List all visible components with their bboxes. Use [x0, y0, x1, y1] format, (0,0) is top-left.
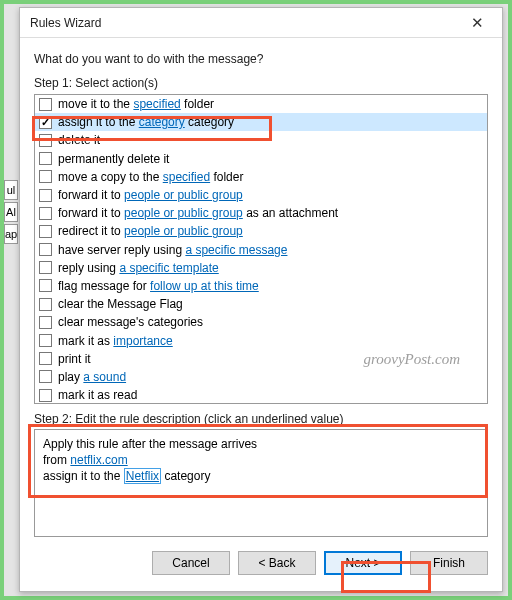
action-label: forward it to people or public group as … — [58, 206, 338, 220]
action-row[interactable]: play a sound — [35, 368, 487, 386]
button-row: Cancel < Back Next > Finish — [34, 551, 488, 575]
back-button[interactable]: < Back — [238, 551, 316, 575]
desc-link-from[interactable]: netflix.com — [70, 453, 127, 467]
action-row[interactable]: redirect it to people or public group — [35, 222, 487, 240]
action-row[interactable]: mark it as importance — [35, 331, 487, 349]
action-link[interactable]: a sound — [83, 370, 126, 384]
action-label: clear the Message Flag — [58, 297, 183, 311]
action-checkbox[interactable] — [39, 352, 52, 365]
desc-text: category — [161, 469, 210, 483]
desc-line: from netflix.com — [43, 452, 479, 468]
action-row[interactable]: assign it to the category category — [35, 113, 487, 131]
action-checkbox[interactable] — [39, 389, 52, 402]
action-link[interactable]: follow up at this time — [150, 279, 259, 293]
action-row[interactable]: forward it to people or public group — [35, 186, 487, 204]
action-label: play a sound — [58, 370, 126, 384]
desc-line: Apply this rule after the message arrive… — [43, 436, 479, 452]
action-label: mark it as read — [58, 388, 137, 402]
action-label: forward it to people or public group — [58, 188, 243, 202]
action-link[interactable]: people or public group — [124, 188, 243, 202]
action-row[interactable]: move a copy to the specified folder — [35, 168, 487, 186]
titlebar: Rules Wizard ✕ — [20, 8, 502, 38]
action-checkbox[interactable] — [39, 225, 52, 238]
action-checkbox[interactable] — [39, 370, 52, 383]
bg-fragment: ap — [4, 224, 18, 244]
bg-fragment: ul — [4, 180, 18, 200]
action-checkbox[interactable] — [39, 189, 52, 202]
action-label: delete it — [58, 133, 100, 147]
desc-line: assign it to the Netflix category — [43, 468, 479, 484]
cancel-button[interactable]: Cancel — [152, 551, 230, 575]
action-row[interactable]: clear message's categories — [35, 313, 487, 331]
step2-label: Step 2: Edit the rule description (click… — [34, 412, 488, 426]
action-label: reply using a specific template — [58, 261, 219, 275]
action-row[interactable]: forward it to people or public group as … — [35, 204, 487, 222]
dialog-body: What do you want to do with the message?… — [20, 38, 502, 591]
action-label: flag message for follow up at this time — [58, 279, 259, 293]
action-label: redirect it to people or public group — [58, 224, 243, 238]
action-link[interactable]: importance — [113, 334, 172, 348]
close-button[interactable]: ✕ — [456, 10, 498, 36]
action-row[interactable]: reply using a specific template — [35, 259, 487, 277]
action-checkbox[interactable] — [39, 116, 52, 129]
action-checkbox[interactable] — [39, 134, 52, 147]
action-checkbox[interactable] — [39, 298, 52, 311]
action-label: move it to the specified folder — [58, 97, 214, 111]
action-label: assign it to the category category — [58, 115, 234, 129]
action-label: mark it as importance — [58, 334, 173, 348]
action-label: move a copy to the specified folder — [58, 170, 243, 184]
desc-link-category[interactable]: Netflix — [124, 468, 161, 484]
action-row[interactable]: delete it — [35, 131, 487, 149]
action-row[interactable]: have server reply using a specific messa… — [35, 241, 487, 259]
action-checkbox[interactable] — [39, 98, 52, 111]
next-button[interactable]: Next > — [324, 551, 402, 575]
action-link[interactable]: people or public group — [124, 224, 243, 238]
rules-wizard-dialog: Rules Wizard ✕ What do you want to do wi… — [19, 7, 503, 592]
action-row[interactable]: permanently delete it — [35, 150, 487, 168]
action-checkbox[interactable] — [39, 207, 52, 220]
actions-listbox[interactable]: move it to the specified folderassign it… — [34, 94, 488, 404]
dialog-question: What do you want to do with the message? — [34, 52, 488, 66]
action-link[interactable]: a specific template — [119, 261, 218, 275]
desc-text: assign it to the — [43, 469, 124, 483]
action-link[interactable]: specified — [133, 97, 180, 111]
action-checkbox[interactable] — [39, 279, 52, 292]
bg-fragment: Al — [4, 202, 18, 222]
action-label: permanently delete it — [58, 152, 169, 166]
action-checkbox[interactable] — [39, 261, 52, 274]
action-row[interactable]: mark it as read — [35, 386, 487, 404]
action-label: have server reply using a specific messa… — [58, 243, 287, 257]
action-link[interactable]: category — [139, 115, 185, 129]
dialog-title: Rules Wizard — [30, 16, 456, 30]
step1-label: Step 1: Select action(s) — [34, 76, 488, 90]
desc-text: from — [43, 453, 70, 467]
action-label: clear message's categories — [58, 315, 203, 329]
action-checkbox[interactable] — [39, 316, 52, 329]
action-row[interactable]: flag message for follow up at this time — [35, 277, 487, 295]
finish-button[interactable]: Finish — [410, 551, 488, 575]
action-checkbox[interactable] — [39, 152, 52, 165]
action-checkbox[interactable] — [39, 243, 52, 256]
actions-list-wrap: move it to the specified folderassign it… — [34, 94, 488, 404]
action-link[interactable]: a specific message — [185, 243, 287, 257]
action-row[interactable]: print it — [35, 350, 487, 368]
action-checkbox[interactable] — [39, 334, 52, 347]
app-background: ul Al ap Rules Wizard ✕ What do you want… — [0, 0, 512, 600]
action-row[interactable]: move it to the specified folder — [35, 95, 487, 113]
rule-description-box: Apply this rule after the message arrive… — [34, 429, 488, 537]
action-checkbox[interactable] — [39, 170, 52, 183]
action-link[interactable]: specified — [163, 170, 210, 184]
action-row[interactable]: clear the Message Flag — [35, 295, 487, 313]
action-label: print it — [58, 352, 91, 366]
close-icon: ✕ — [471, 14, 484, 32]
action-link[interactable]: people or public group — [124, 206, 243, 220]
